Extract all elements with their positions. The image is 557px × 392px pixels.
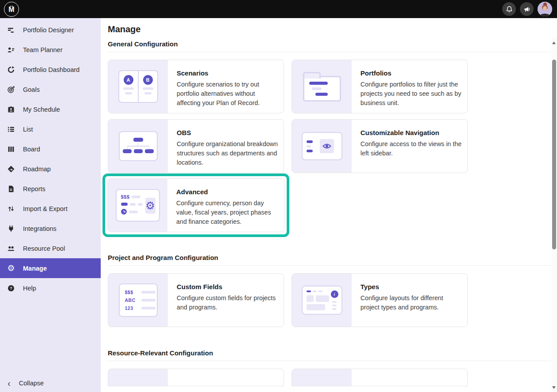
card-custom-fields[interactable]: $$$ ABC 123 Custom Fields Configure cust… bbox=[108, 273, 284, 327]
sidebar-item-label: Reports bbox=[23, 185, 45, 192]
card-customizable-navigation[interactable]: Customizable Navigation Configure access… bbox=[292, 119, 468, 173]
card-portfolios[interactable]: Portfolios Configure portfolios to filte… bbox=[292, 60, 468, 113]
sidebar-item-portfolio-dashboard[interactable]: Portfolio Dashboard bbox=[0, 60, 101, 79]
pill bbox=[307, 150, 313, 152]
sidebar-item-label: Portfolio Designer bbox=[23, 26, 74, 34]
sidebar-eye-shape bbox=[302, 132, 342, 160]
pill bbox=[121, 203, 128, 206]
dollars-label: $$$ bbox=[125, 290, 136, 295]
section-heading-resource-relevant: Resource-Relevant Configuration bbox=[108, 349, 557, 357]
scenario-a-panel: A bbox=[119, 71, 139, 102]
pill bbox=[132, 196, 140, 198]
card-stub-illustration bbox=[108, 369, 168, 386]
card-advanced[interactable]: $$$ bbox=[107, 178, 284, 232]
user-avatar[interactable] bbox=[538, 2, 552, 16]
pill bbox=[307, 140, 313, 143]
collapse-label: Collapse bbox=[19, 380, 44, 387]
card-description: Configure access to the views in the lef… bbox=[360, 139, 464, 158]
bell-icon bbox=[506, 6, 513, 13]
reports-icon bbox=[7, 185, 15, 193]
card-text: Advanced Configure currency, person day … bbox=[167, 179, 284, 232]
scenario-b-panel: B bbox=[139, 71, 157, 102]
card-title: Advanced bbox=[176, 188, 280, 196]
import-export-icon bbox=[7, 204, 15, 213]
numbers-label: 123 bbox=[125, 305, 136, 311]
card-obs[interactable]: OBS Configure organizational breakdown s… bbox=[108, 119, 284, 173]
pill bbox=[130, 203, 136, 206]
team-planner-icon bbox=[7, 45, 15, 54]
org-connector bbox=[127, 146, 149, 147]
card-description: Configure currency, person day value, fi… bbox=[176, 199, 280, 226]
pill bbox=[315, 93, 328, 96]
sidebar-item-label: Team Planner bbox=[23, 46, 62, 53]
sidebar-item-import-export[interactable]: Import & Export bbox=[0, 199, 101, 219]
pill bbox=[141, 291, 155, 294]
scenarios-illustration: A B bbox=[108, 60, 168, 113]
my-schedule-icon bbox=[7, 105, 15, 114]
pill bbox=[138, 203, 143, 206]
topbar-actions bbox=[502, 2, 552, 16]
topbar: M̈ bbox=[0, 0, 557, 18]
org-chart-shape bbox=[119, 131, 158, 161]
roadmap-icon bbox=[7, 165, 15, 173]
meisterplan-logo[interactable]: M̈ bbox=[4, 2, 19, 17]
scenarios-panels: A B bbox=[118, 70, 158, 103]
page-title: Manage bbox=[108, 24, 557, 34]
notifications-button[interactable] bbox=[502, 2, 516, 16]
collapse-sidebar-button[interactable]: ‹ Collapse bbox=[0, 374, 101, 392]
sidebar-item-label: Board bbox=[23, 146, 40, 153]
card-grid-resource-relevant bbox=[108, 369, 557, 386]
org-node bbox=[134, 149, 143, 153]
portfolio-designer-icon bbox=[7, 26, 15, 34]
pill bbox=[313, 290, 317, 292]
sidebar-item-board[interactable]: Board bbox=[0, 139, 101, 159]
scroll-up-arrow[interactable] bbox=[552, 41, 556, 44]
scroll-down-arrow[interactable] bbox=[552, 386, 556, 389]
org-node bbox=[145, 149, 154, 153]
main-content: Manage General Configuration A B bbox=[101, 18, 557, 392]
card-types[interactable]: i Types Configure layouts for different … bbox=[292, 273, 468, 327]
vertical-scrollbar[interactable] bbox=[551, 38, 557, 392]
card-description: Configure organizational breakdown struc… bbox=[177, 139, 280, 167]
sidebar-item-label: Portfolio Dashboard bbox=[23, 66, 80, 73]
sidebar-item-portfolio-designer[interactable]: Portfolio Designer bbox=[0, 20, 101, 40]
announcements-button[interactable] bbox=[520, 2, 534, 16]
org-connector bbox=[127, 146, 128, 149]
section-divider bbox=[108, 52, 551, 52]
pill bbox=[129, 211, 138, 213]
sidebar-item-integrations[interactable]: Integrations bbox=[0, 219, 101, 238]
sidebar-item-goals[interactable]: Goals bbox=[0, 79, 101, 99]
sidebar-item-help[interactable]: ? Help bbox=[0, 278, 101, 298]
card-stub-illustration bbox=[292, 369, 352, 386]
sidebar-item-roadmap[interactable]: Roadmap bbox=[0, 159, 101, 179]
card-description: Configure layouts for different project … bbox=[360, 294, 464, 312]
sidebar-item-list[interactable]: List bbox=[0, 119, 101, 139]
resource-pool-icon bbox=[7, 244, 15, 253]
advanced-highlight-annotation: $$$ bbox=[102, 173, 289, 237]
gear-icon: ⚙ bbox=[145, 198, 155, 214]
portfolios-illustration bbox=[292, 60, 352, 113]
org-node bbox=[133, 138, 143, 142]
sidebar-item-reports[interactable]: Reports bbox=[0, 179, 101, 199]
megaphone-icon bbox=[523, 6, 530, 13]
scrollbar-thumb[interactable] bbox=[552, 60, 556, 249]
card-stub[interactable] bbox=[292, 369, 468, 386]
pill bbox=[312, 87, 322, 90]
pill bbox=[318, 290, 322, 292]
pill bbox=[144, 92, 152, 94]
sidebar-item-resource-pool[interactable]: Resource Pool bbox=[0, 238, 101, 258]
sidebar-item-label: Resource Pool bbox=[23, 245, 65, 252]
card-scenarios[interactable]: A B Scenarios Configure scenarios to try… bbox=[108, 60, 284, 113]
pill bbox=[332, 301, 337, 303]
sidebar-item-team-planner[interactable]: Team Planner bbox=[0, 40, 101, 60]
sidebar-item-manage[interactable]: ⚙ Manage bbox=[0, 258, 101, 278]
customizable-navigation-illustration bbox=[292, 120, 352, 173]
org-connector bbox=[138, 142, 139, 146]
sidebar-item-label: Goals bbox=[23, 86, 40, 93]
sidebar-item-my-schedule[interactable]: My Schedule bbox=[0, 99, 101, 119]
card-stub[interactable] bbox=[108, 369, 284, 386]
sidebar-item-label: Help bbox=[23, 285, 36, 292]
gear-glyph: ⚙ bbox=[145, 200, 155, 212]
info-badge: i bbox=[331, 290, 338, 298]
finance-rows: $$$ bbox=[121, 194, 143, 221]
